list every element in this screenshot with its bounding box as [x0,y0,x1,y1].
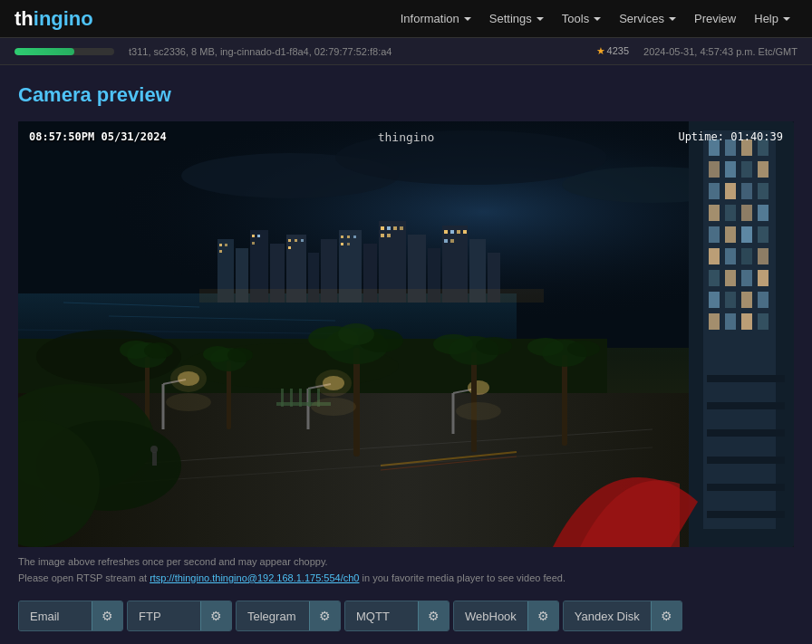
svg-rect-129 [741,313,752,330]
svg-rect-86 [562,355,567,446]
camera-preview: 08:57:50PM 05/31/2024 thingino Uptime: 0… [18,121,794,547]
service-btn-webhook[interactable]: WebHook⚙ [453,601,559,631]
service-gear-yandex-disk[interactable]: ⚙ [651,601,682,631]
service-label-telegram: Telegram [237,601,309,630]
caption-line2: Please open RTSP stream at rtsp://thingi… [18,571,794,587]
nav-item-tools[interactable]: Tools [555,8,608,29]
logo-text-ing: ingino [34,7,93,30]
nav-item-settings[interactable]: Settings [482,8,551,29]
svg-rect-110 [758,205,768,221]
svg-rect-104 [725,183,736,199]
service-gear-ftp[interactable]: ⚙ [200,601,231,631]
svg-point-89 [567,341,600,357]
svg-rect-133 [707,429,785,437]
svg-rect-41 [393,226,397,230]
svg-rect-30 [288,239,291,242]
status-progress-bar [14,48,114,55]
svg-rect-51 [199,289,544,303]
svg-rect-121 [741,270,752,286]
svg-rect-33 [288,246,291,249]
camera-watermark: thingino [378,130,435,144]
svg-rect-120 [725,270,736,286]
star-icon: ★ [596,45,605,56]
svg-rect-32 [301,239,304,242]
svg-point-76 [227,348,253,362]
svg-rect-136 [707,511,785,518]
svg-rect-101 [741,161,752,178]
device-info: t311, sc2336, 8 MB, ing-cinnado-d1-f8a4,… [129,46,582,57]
svg-rect-132 [707,402,785,409]
svg-point-145 [166,393,211,411]
nav-link-information[interactable]: Information [393,8,478,29]
nav-menu: Information Settings Tools Services [393,8,798,29]
service-gear-telegram[interactable]: ⚙ [309,601,340,631]
service-label-yandex-disk: Yandex Disk [564,601,651,630]
service-buttons-row: Email⚙FTP⚙Telegram⚙MQTT⚙WebHook⚙Yandex D… [18,601,794,631]
logo: thingino [14,7,93,31]
svg-rect-123 [709,292,720,308]
service-gear-webhook[interactable]: ⚙ [527,601,558,631]
svg-rect-119 [709,270,720,286]
svg-rect-46 [450,230,454,234]
svg-point-68 [468,380,489,395]
svg-rect-26 [219,250,222,253]
svg-rect-140 [281,389,284,407]
star-count: ★4235 [596,45,629,57]
camera-scene [18,121,794,547]
nav-link-preview[interactable]: Preview [687,8,743,29]
service-gear-mqtt[interactable]: ⚙ [418,601,449,631]
camera-timestamp: 08:57:50PM 05/31/2024 [29,130,167,143]
nav-item-information[interactable]: Information [393,8,478,29]
caption-line1: The image above refreshes once per secon… [18,554,794,571]
nav-item-preview[interactable]: Preview [687,8,743,29]
svg-rect-108 [725,205,736,221]
nav-label-information: Information [401,12,459,25]
nav-link-help[interactable]: Help [747,8,798,29]
camera-caption: The image above refreshes once per secon… [18,554,794,586]
svg-rect-44 [387,234,391,237]
service-btn-mqtt[interactable]: MQTT⚙ [344,601,450,631]
chevron-down-icon [536,17,544,21]
svg-point-81 [338,323,374,345]
page-title: Camera preview [18,83,794,107]
chevron-down-icon [783,17,790,21]
svg-rect-29 [252,242,255,245]
svg-rect-125 [741,292,752,308]
nav-label-tools: Tools [562,12,589,25]
svg-rect-124 [725,292,736,308]
nav-link-services[interactable]: Services [612,8,683,29]
nav-label-settings: Settings [489,12,532,25]
svg-rect-35 [347,235,350,238]
svg-rect-82 [471,352,477,452]
svg-rect-25 [225,244,227,246]
nav-item-help[interactable]: Help [747,8,798,29]
svg-rect-27 [252,235,255,237]
nav-item-services[interactable]: Services [612,8,683,29]
svg-rect-99 [709,161,720,178]
service-label-webhook: WebHook [454,601,527,630]
logo-text-thin: th [14,7,34,30]
rtsp-link[interactable]: rtsp://thingino.thingino@192.168.1.175:5… [150,572,359,583]
service-label-email: Email [19,601,92,630]
nav-link-settings[interactable]: Settings [482,8,551,29]
nav-link-tools[interactable]: Tools [555,8,608,29]
timestamp: 2024-05-31, 4:57:43 p.m. Etc/GMT [643,46,798,57]
svg-rect-77 [353,348,360,457]
svg-rect-141 [290,389,293,407]
svg-rect-118 [758,248,768,264]
svg-rect-106 [758,183,768,199]
service-btn-yandex-disk[interactable]: Yandex Disk⚙ [563,601,682,631]
svg-rect-103 [709,183,720,199]
svg-point-72 [144,342,173,359]
svg-point-61 [170,365,207,392]
svg-rect-34 [341,235,343,238]
service-btn-telegram[interactable]: Telegram⚙ [236,601,341,631]
camera-uptime: Uptime: 01:40:39 [678,130,783,143]
svg-rect-128 [725,313,736,330]
service-btn-email[interactable]: Email⚙ [18,601,123,631]
service-gear-email[interactable]: ⚙ [92,601,122,631]
svg-rect-49 [444,239,448,243]
service-btn-ftp[interactable]: FTP⚙ [127,601,232,631]
svg-point-85 [476,337,512,355]
svg-rect-122 [758,270,768,286]
